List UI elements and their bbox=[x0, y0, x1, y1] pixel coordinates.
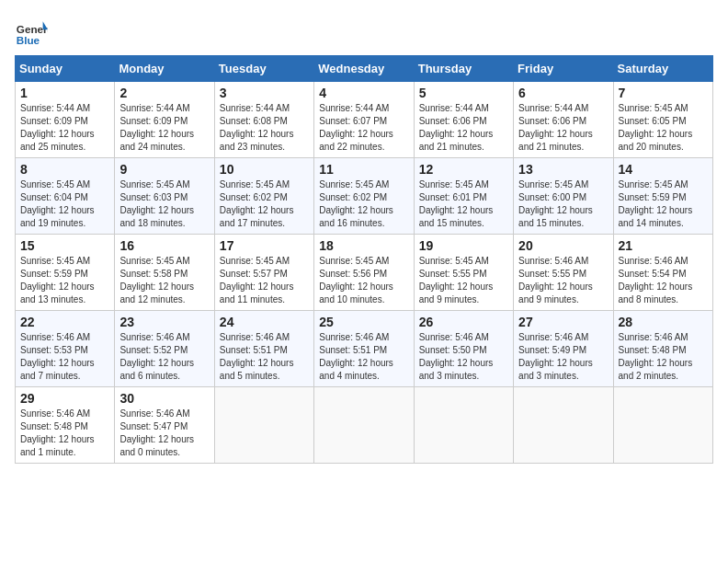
day-info: Sunrise: 5:46 AMSunset: 5:52 PMDaylight:… bbox=[119, 332, 194, 381]
day-info: Sunrise: 5:46 AMSunset: 5:47 PMDaylight:… bbox=[119, 408, 194, 457]
calendar-week-row: 1Sunrise: 5:44 AMSunset: 6:09 PMDaylight… bbox=[16, 82, 713, 158]
day-info: Sunrise: 5:46 AMSunset: 5:53 PMDaylight:… bbox=[20, 332, 95, 381]
day-number: 30 bbox=[119, 391, 209, 406]
day-info: Sunrise: 5:45 AMSunset: 5:58 PMDaylight:… bbox=[119, 256, 194, 304]
day-number: 28 bbox=[619, 315, 708, 329]
day-number: 4 bbox=[319, 86, 408, 100]
day-number: 25 bbox=[319, 315, 408, 329]
calendar-cell: 6Sunrise: 5:44 AMSunset: 6:06 PMDaylight… bbox=[514, 82, 613, 158]
day-info: Sunrise: 5:46 AMSunset: 5:48 PMDaylight:… bbox=[619, 332, 693, 381]
day-number: 1 bbox=[20, 86, 109, 100]
calendar-cell: 5Sunrise: 5:44 AMSunset: 6:06 PMDaylight… bbox=[414, 82, 513, 158]
day-number: 20 bbox=[518, 238, 608, 253]
day-number: 13 bbox=[518, 162, 608, 177]
calendar-cell: 16Sunrise: 5:45 AMSunset: 5:58 PMDayligh… bbox=[115, 235, 214, 311]
weekday-header-cell: Saturday bbox=[613, 56, 712, 82]
day-info: Sunrise: 5:45 AMSunset: 6:04 PMDaylight:… bbox=[20, 179, 95, 228]
day-number: 8 bbox=[20, 162, 109, 177]
weekday-header-cell: Thursday bbox=[414, 56, 513, 82]
day-info: Sunrise: 5:46 AMSunset: 5:49 PMDaylight:… bbox=[518, 332, 593, 381]
calendar-cell bbox=[414, 387, 513, 464]
calendar-week-row: 15Sunrise: 5:45 AMSunset: 5:59 PMDayligh… bbox=[16, 235, 713, 311]
day-number: 23 bbox=[119, 315, 209, 329]
calendar-cell: 18Sunrise: 5:45 AMSunset: 5:56 PMDayligh… bbox=[314, 235, 414, 311]
calendar-cell: 27Sunrise: 5:46 AMSunset: 5:49 PMDayligh… bbox=[514, 311, 613, 387]
day-info: Sunrise: 5:44 AMSunset: 6:09 PMDaylight:… bbox=[20, 103, 95, 152]
day-number: 18 bbox=[319, 238, 408, 253]
day-info: Sunrise: 5:44 AMSunset: 6:07 PMDaylight:… bbox=[319, 103, 393, 152]
day-info: Sunrise: 5:45 AMSunset: 6:02 PMDaylight:… bbox=[319, 179, 393, 228]
calendar-week-row: 29Sunrise: 5:46 AMSunset: 5:48 PMDayligh… bbox=[16, 387, 713, 464]
calendar-cell: 4Sunrise: 5:44 AMSunset: 6:07 PMDaylight… bbox=[314, 82, 414, 158]
day-number: 27 bbox=[518, 315, 608, 329]
day-number: 9 bbox=[119, 162, 209, 177]
calendar-cell: 3Sunrise: 5:44 AMSunset: 6:08 PMDaylight… bbox=[214, 82, 313, 158]
calendar-cell: 23Sunrise: 5:46 AMSunset: 5:52 PMDayligh… bbox=[115, 311, 214, 387]
calendar-cell: 7Sunrise: 5:45 AMSunset: 6:05 PMDaylight… bbox=[613, 82, 712, 158]
calendar-cell: 15Sunrise: 5:45 AMSunset: 5:59 PMDayligh… bbox=[16, 235, 115, 311]
day-info: Sunrise: 5:45 AMSunset: 5:57 PMDaylight:… bbox=[220, 256, 294, 304]
calendar-cell: 20Sunrise: 5:46 AMSunset: 5:55 PMDayligh… bbox=[514, 235, 613, 311]
weekday-header-cell: Sunday bbox=[16, 56, 115, 82]
page-header: General Blue bbox=[15, 15, 713, 48]
calendar-cell bbox=[613, 387, 712, 464]
calendar-cell bbox=[514, 387, 613, 464]
calendar-cell: 12Sunrise: 5:45 AMSunset: 6:01 PMDayligh… bbox=[414, 158, 513, 235]
logo-icon: General Blue bbox=[15, 15, 48, 48]
day-info: Sunrise: 5:46 AMSunset: 5:54 PMDaylight:… bbox=[619, 256, 693, 304]
calendar-cell: 19Sunrise: 5:45 AMSunset: 5:55 PMDayligh… bbox=[414, 235, 513, 311]
calendar-week-row: 8Sunrise: 5:45 AMSunset: 6:04 PMDaylight… bbox=[16, 158, 713, 235]
weekday-header-row: SundayMondayTuesdayWednesdayThursdayFrid… bbox=[16, 56, 713, 82]
day-number: 29 bbox=[20, 391, 109, 406]
calendar-cell: 22Sunrise: 5:46 AMSunset: 5:53 PMDayligh… bbox=[16, 311, 115, 387]
day-info: Sunrise: 5:45 AMSunset: 6:03 PMDaylight:… bbox=[119, 179, 194, 228]
day-number: 26 bbox=[419, 315, 508, 329]
day-info: Sunrise: 5:46 AMSunset: 5:51 PMDaylight:… bbox=[319, 332, 393, 381]
calendar-cell: 21Sunrise: 5:46 AMSunset: 5:54 PMDayligh… bbox=[613, 235, 712, 311]
day-number: 12 bbox=[419, 162, 508, 177]
day-number: 16 bbox=[119, 238, 209, 253]
day-number: 19 bbox=[419, 238, 508, 253]
logo: General Blue bbox=[15, 15, 48, 48]
day-number: 10 bbox=[220, 162, 309, 177]
calendar-cell bbox=[314, 387, 414, 464]
calendar-cell: 14Sunrise: 5:45 AMSunset: 5:59 PMDayligh… bbox=[613, 158, 712, 235]
calendar-cell: 26Sunrise: 5:46 AMSunset: 5:50 PMDayligh… bbox=[414, 311, 513, 387]
calendar-cell: 11Sunrise: 5:45 AMSunset: 6:02 PMDayligh… bbox=[314, 158, 414, 235]
calendar-cell: 1Sunrise: 5:44 AMSunset: 6:09 PMDaylight… bbox=[16, 82, 115, 158]
calendar-cell: 10Sunrise: 5:45 AMSunset: 6:02 PMDayligh… bbox=[214, 158, 313, 235]
day-number: 11 bbox=[319, 162, 408, 177]
day-info: Sunrise: 5:45 AMSunset: 6:02 PMDaylight:… bbox=[220, 179, 294, 228]
day-info: Sunrise: 5:46 AMSunset: 5:55 PMDaylight:… bbox=[518, 256, 593, 304]
day-number: 21 bbox=[619, 238, 708, 253]
day-info: Sunrise: 5:44 AMSunset: 6:06 PMDaylight:… bbox=[518, 103, 593, 152]
calendar-week-row: 22Sunrise: 5:46 AMSunset: 5:53 PMDayligh… bbox=[16, 311, 713, 387]
weekday-header-cell: Monday bbox=[115, 56, 214, 82]
day-info: Sunrise: 5:45 AMSunset: 5:59 PMDaylight:… bbox=[619, 179, 693, 228]
calendar-cell: 2Sunrise: 5:44 AMSunset: 6:09 PMDaylight… bbox=[115, 82, 214, 158]
calendar-cell: 9Sunrise: 5:45 AMSunset: 6:03 PMDaylight… bbox=[115, 158, 214, 235]
day-info: Sunrise: 5:45 AMSunset: 6:01 PMDaylight:… bbox=[419, 179, 494, 228]
calendar-cell: 13Sunrise: 5:45 AMSunset: 6:00 PMDayligh… bbox=[514, 158, 613, 235]
calendar-cell: 28Sunrise: 5:46 AMSunset: 5:48 PMDayligh… bbox=[613, 311, 712, 387]
day-number: 22 bbox=[20, 315, 109, 329]
day-number: 15 bbox=[20, 238, 109, 253]
calendar-cell: 8Sunrise: 5:45 AMSunset: 6:04 PMDaylight… bbox=[16, 158, 115, 235]
calendar-cell: 29Sunrise: 5:46 AMSunset: 5:48 PMDayligh… bbox=[16, 387, 115, 464]
day-number: 3 bbox=[220, 86, 309, 100]
day-number: 7 bbox=[619, 86, 708, 100]
day-number: 17 bbox=[220, 238, 309, 253]
calendar-cell: 25Sunrise: 5:46 AMSunset: 5:51 PMDayligh… bbox=[314, 311, 414, 387]
day-number: 2 bbox=[119, 86, 209, 100]
day-number: 24 bbox=[220, 315, 309, 329]
day-number: 5 bbox=[419, 86, 508, 100]
weekday-header-cell: Friday bbox=[514, 56, 613, 82]
day-info: Sunrise: 5:45 AMSunset: 6:00 PMDaylight:… bbox=[518, 179, 593, 228]
day-info: Sunrise: 5:45 AMSunset: 5:59 PMDaylight:… bbox=[20, 256, 95, 304]
day-number: 14 bbox=[619, 162, 708, 177]
day-info: Sunrise: 5:44 AMSunset: 6:09 PMDaylight:… bbox=[119, 103, 194, 152]
day-info: Sunrise: 5:45 AMSunset: 5:56 PMDaylight:… bbox=[319, 256, 393, 304]
calendar-table: SundayMondayTuesdayWednesdayThursdayFrid… bbox=[15, 55, 713, 464]
weekday-header-cell: Tuesday bbox=[214, 56, 313, 82]
calendar-cell: 24Sunrise: 5:46 AMSunset: 5:51 PMDayligh… bbox=[214, 311, 313, 387]
